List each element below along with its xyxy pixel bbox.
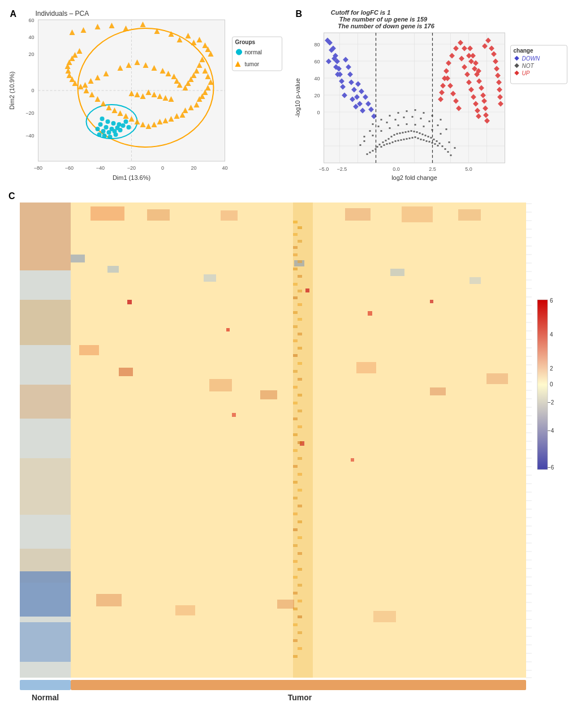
svg-rect-396: [298, 457, 302, 460]
svg-rect-363: [351, 458, 354, 462]
svg-text:20: 20: [28, 51, 34, 57]
svg-text:0: 0: [161, 165, 164, 171]
svg-rect-391: [293, 417, 298, 420]
svg-rect-349: [373, 611, 396, 622]
normal-colorbar: [20, 680, 71, 690]
svg-rect-409: [293, 560, 298, 563]
svg-rect-205: [406, 123, 408, 125]
svg-rect-401: [293, 497, 298, 499]
svg-rect-365: [298, 226, 302, 229]
svg-rect-334: [147, 209, 170, 221]
svg-rect-224: [378, 126, 380, 127]
svg-rect-392: [298, 425, 302, 428]
svg-rect-336: [345, 208, 371, 221]
svg-rect-414: [298, 600, 302, 602]
volcano-title1: Cutoff for logFC is 1: [331, 9, 391, 16]
pca-xaxis: Dim1 (13.6%): [113, 174, 150, 181]
svg-rect-379: [293, 325, 298, 328]
svg-rect-410: [298, 568, 302, 571]
svg-rect-373: [293, 283, 298, 286]
main-container: A Individuals – PCA 60 40 20 0 −20 −40 −…: [0, 0, 577, 728]
volcano-xaxis: log2 fold change: [391, 174, 437, 181]
svg-rect-404: [298, 520, 302, 523]
svg-rect-370: [298, 260, 302, 263]
svg-rect-348: [277, 600, 294, 609]
svg-rect-400: [298, 489, 302, 492]
svg-rect-419: [293, 639, 298, 642]
svg-rect-386: [298, 378, 302, 381]
svg-rect-159: [403, 139, 405, 140]
svg-text:20: 20: [191, 165, 196, 171]
svg-rect-338: [458, 209, 481, 221]
volcano-legend-not: NOT: [522, 63, 535, 69]
svg-rect-168: [429, 141, 430, 143]
svg-rect-153: [386, 143, 388, 145]
svg-rect-327: [20, 385, 71, 419]
svg-rect-225: [369, 130, 371, 132]
svg-rect-197: [372, 150, 374, 152]
colorbar-neg4: −4: [548, 428, 554, 434]
svg-text:−20: −20: [127, 165, 136, 171]
svg-rect-228: [415, 109, 416, 111]
svg-point-117: [96, 127, 100, 131]
volcano-legend-down: DOWN: [522, 55, 540, 62]
colorbar-neg2: −2: [548, 399, 554, 406]
svg-rect-378: [298, 318, 302, 321]
svg-rect-220: [420, 118, 422, 119]
svg-rect-335: [221, 210, 238, 221]
svg-text:60: 60: [28, 18, 34, 23]
top-row: A Individuals – PCA 60 40 20 0 −20 −40 −…: [6, 6, 571, 181]
svg-rect-408: [298, 552, 302, 555]
svg-text:60: 60: [314, 59, 320, 64]
svg-rect-339: [79, 345, 99, 355]
svg-rect-344: [430, 387, 446, 395]
svg-rect-331: [20, 622, 71, 662]
svg-rect-350: [71, 255, 85, 262]
svg-rect-352: [204, 274, 216, 282]
svg-text:−60: −60: [65, 165, 74, 171]
svg-text:0.0: 0.0: [393, 166, 400, 172]
svg-rect-218: [403, 117, 405, 118]
svg-rect-186: [414, 131, 415, 132]
tumor-label: Tumor: [288, 693, 312, 702]
svg-rect-223: [386, 122, 388, 123]
svg-rect-357: [226, 328, 230, 331]
svg-rect-385: [293, 370, 298, 373]
colorbar-4: 4: [550, 331, 553, 338]
svg-rect-209: [440, 133, 442, 135]
svg-rect-192: [430, 137, 432, 139]
svg-point-105: [104, 125, 109, 130]
svg-rect-176: [385, 140, 387, 141]
svg-rect-341: [209, 379, 232, 391]
svg-rect-415: [293, 608, 298, 610]
svg-text:−2.5: −2.5: [337, 166, 347, 172]
svg-rect-364: [293, 221, 298, 223]
svg-point-109: [107, 130, 111, 135]
svg-rect-215: [449, 141, 450, 143]
svg-rect-403: [293, 512, 298, 515]
svg-rect-234: [381, 119, 382, 120]
svg-rect-406: [298, 536, 302, 539]
svg-rect-371: [293, 268, 298, 270]
svg-rect-343: [356, 362, 376, 373]
svg-point-115: [108, 135, 113, 139]
svg-text:80: 80: [314, 42, 320, 48]
svg-rect-222: [437, 124, 439, 126]
svg-rect-199: [367, 153, 368, 155]
svg-rect-189: [422, 133, 424, 135]
tumor-colorbar: [71, 680, 526, 690]
svg-rect-383: [293, 354, 298, 357]
svg-rect-377: [293, 311, 298, 314]
svg-rect-358: [305, 288, 309, 292]
svg-point-108: [101, 129, 106, 133]
svg-rect-185: [411, 130, 412, 132]
pca-legend-title: Groups: [235, 39, 256, 45]
svg-rect-351: [107, 266, 119, 273]
pca-yaxis: Dim2 (10.9%): [8, 71, 15, 109]
svg-rect-155: [392, 141, 394, 143]
svg-rect-160: [406, 138, 408, 140]
svg-rect-163: [415, 136, 416, 138]
svg-point-116: [114, 132, 118, 137]
svg-rect-420: [298, 647, 302, 650]
svg-text:−40: −40: [96, 165, 105, 171]
